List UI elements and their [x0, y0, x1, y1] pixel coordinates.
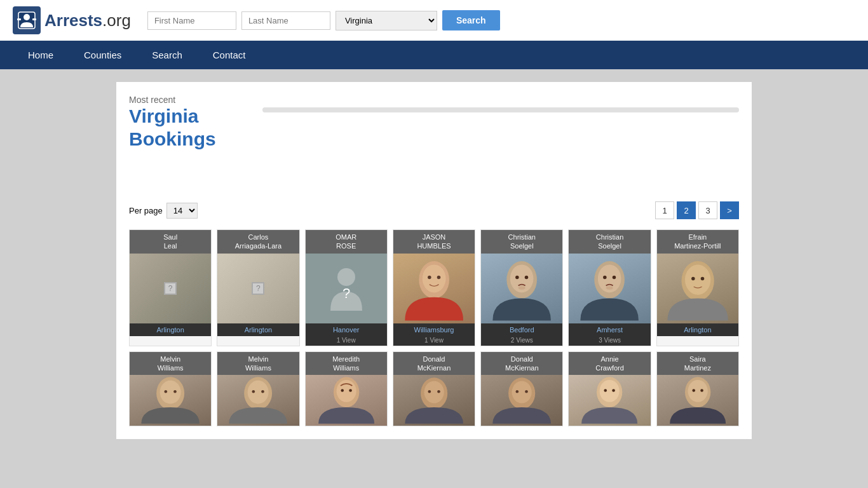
svg-rect-3 [32, 18, 36, 20]
nav-counties[interactable]: Counties [69, 41, 137, 69]
svg-point-19 [606, 286, 613, 289]
svg-point-34 [341, 389, 344, 392]
nav-contact[interactable]: Contact [198, 41, 261, 69]
page-3[interactable]: 3 [698, 201, 717, 219]
logo-area[interactable]: Arrests.org [13, 6, 131, 34]
svg-point-26 [165, 390, 168, 393]
mugshot-location: Amherst [569, 323, 650, 336]
mugshot-photo [657, 254, 738, 323]
svg-point-9 [437, 275, 440, 278]
card-bottom: Arlington [657, 323, 738, 336]
mugshot-name: OMARROSE [306, 230, 387, 254]
mugshot-card-christian2[interactable]: ChristianSoelgel Amherst 3 Views [568, 229, 651, 346]
mugshot-card-donald1[interactable]: DonaldMcKiernan [393, 351, 475, 427]
mugshot-location: Bedford [481, 323, 562, 336]
state-select[interactable]: Virginia Alabama Alaska Arizona Californ… [336, 11, 437, 30]
mugshot-card-omar[interactable]: OMARROSE ? Hanover 1 View [305, 229, 388, 346]
mugshot-card-jason[interactable]: JASONHUMBLES Williamsburg 1 View [393, 229, 475, 346]
svg-point-45 [600, 380, 620, 402]
nav-home[interactable]: Home [13, 41, 69, 69]
mugshot-photo [569, 254, 650, 323]
nav-search[interactable]: Search [137, 41, 198, 69]
svg-point-7 [423, 264, 446, 292]
card-bottom: Arlington [217, 323, 299, 336]
mugshot-name: ChristianSoelgel [481, 230, 562, 254]
mugshot-card-christian1[interactable]: ChristianSoelgel Bedford 2 Views [480, 229, 563, 346]
svg-point-18 [613, 275, 616, 278]
svg-point-14 [519, 286, 526, 289]
per-page-label: Per page [129, 206, 163, 215]
mugshot-card-donald2[interactable]: DonaldMcKiernan [480, 351, 563, 427]
header: Arrests.org Virginia Alabama Alaska Ariz… [0, 0, 868, 41]
main-content: Most recent VirginiaBookings Per page 7 … [116, 82, 752, 439]
mugshot-location: Hanover [306, 323, 387, 336]
svg-point-41 [512, 381, 532, 403]
mugshot-photo [306, 375, 387, 426]
mugshot-photo: ? [217, 254, 299, 323]
mugshot-name: AnnieCrawford [569, 352, 650, 376]
mugshot-card-melvin2[interactable]: MelvinWilliams [217, 351, 299, 427]
svg-point-21 [685, 264, 710, 295]
mugshot-name: DonaldMcKiernan [481, 352, 562, 376]
logo-icon [13, 6, 41, 34]
page-next[interactable]: > [720, 201, 739, 219]
svg-point-50 [692, 389, 695, 392]
mugshot-grid: SaulLeal ? Arlington CarlosArriagada-Lar… [129, 229, 739, 426]
mugshot-card-carlos[interactable]: CarlosArriagada-Lara ? Arlington [217, 229, 299, 346]
mugshot-card-annie[interactable]: AnnieCrawford [568, 351, 651, 427]
top-controls: Per page 7 14 21 28 1 2 3 > [129, 201, 739, 219]
mugshot-views: 3 Views [569, 336, 650, 346]
mugshot-card-efrain[interactable]: EfrainMartinez-Portill Arlington [656, 229, 739, 346]
mugshot-photo [393, 254, 475, 323]
first-name-input[interactable] [147, 11, 236, 30]
mugshot-photo [481, 254, 562, 323]
mugshot-name: JASONHUMBLES [393, 230, 475, 254]
page-title: VirginiaBookings [129, 105, 243, 151]
card-bottom: Hanover 1 View [306, 323, 387, 346]
mugshot-name: EfrainMartinez-Portill [657, 230, 738, 254]
svg-point-51 [700, 389, 703, 392]
mugshot-name: MeredithWilliams [306, 352, 387, 376]
card-bottom: Arlington [130, 323, 211, 336]
search-form: Virginia Alabama Alaska Arizona Californ… [147, 10, 500, 30]
svg-point-42 [516, 390, 519, 393]
svg-point-23 [700, 276, 703, 280]
svg-point-22 [691, 276, 695, 280]
most-recent-label: Most recent [129, 95, 243, 105]
mugshot-name: SaulLeal [130, 230, 211, 254]
mugshot-photo: ? [130, 254, 211, 323]
svg-rect-2 [17, 18, 21, 20]
page-2[interactable]: 2 [677, 201, 696, 219]
svg-point-37 [424, 381, 444, 403]
mugshot-name: MelvinWilliams [217, 352, 299, 376]
page-1[interactable]: 1 [655, 201, 674, 219]
mugshot-location: Arlington [217, 323, 299, 336]
per-page-area: Per page 7 14 21 28 [129, 203, 198, 219]
per-page-select[interactable]: 7 14 21 28 [166, 203, 198, 219]
svg-point-30 [252, 390, 255, 393]
mugshot-card-saul-leal[interactable]: SaulLeal ? Arlington [129, 229, 212, 346]
mugshot-views: 1 View [306, 336, 387, 346]
last-name-input[interactable] [241, 11, 330, 30]
svg-point-1 [24, 14, 30, 20]
svg-point-17 [603, 275, 606, 278]
svg-point-47 [613, 389, 616, 392]
pagination: 1 2 3 > [655, 201, 739, 219]
svg-point-12 [515, 275, 519, 278]
mugshot-name: ChristianSoelgel [569, 230, 650, 254]
svg-point-35 [349, 389, 352, 392]
header-search-button[interactable]: Search [442, 10, 500, 30]
svg-point-29 [248, 381, 269, 404]
mugshot-photo [657, 375, 738, 426]
mugshot-card-meredith[interactable]: MeredithWilliams [305, 351, 388, 427]
svg-point-43 [525, 390, 528, 393]
mugshot-name: CarlosArriagada-Lara [217, 230, 299, 254]
mugshot-card-melvin1[interactable]: MelvinWilliams [129, 351, 212, 427]
mugshot-photo [130, 375, 211, 426]
mugshot-card-saira[interactable]: SairaMartinez [656, 351, 739, 427]
logo-text: Arrests.org [44, 10, 131, 30]
card-bottom: Bedford 2 Views [481, 323, 562, 346]
mugshot-photo: ? [306, 254, 387, 323]
svg-text:?: ? [342, 285, 350, 301]
mugshot-name: DonaldMcKiernan [393, 352, 475, 376]
